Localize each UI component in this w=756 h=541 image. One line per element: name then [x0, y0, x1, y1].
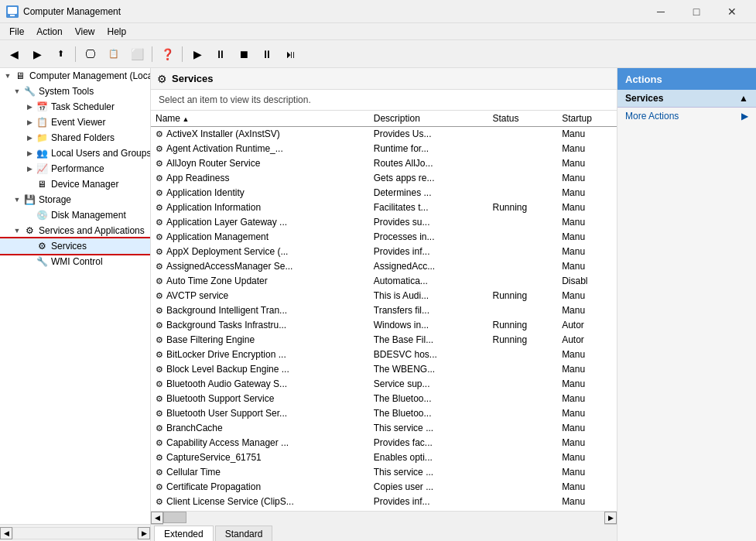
table-row[interactable]: ⚙Capability Access Manager ...Provides f… [151, 436, 617, 450]
toolbar-pause[interactable]: ⏸ [210, 43, 231, 65]
service-icon: ⚙ [156, 482, 163, 491]
toolbar-new-window[interactable]: ⬜ [126, 43, 148, 65]
table-row[interactable]: ⚙BranchCacheThis service ...Manu [151, 421, 617, 436]
table-row[interactable]: ⚙AssignedAccessManager Se...AssignedAcc.… [151, 259, 617, 274]
table-row[interactable]: ⚙Application IdentityDetermines ...Manu [151, 186, 617, 200]
actions-more-actions[interactable]: More Actions ▶ [617, 108, 756, 125]
tree-item-local-users[interactable]: ▶ 👥 Local Users and Groups [0, 146, 150, 161]
toolbar-stop[interactable]: ⏹ [233, 43, 255, 65]
toolbar-restart[interactable]: ⏯ [279, 43, 301, 65]
mid-description: Select an item to view its description. [151, 90, 617, 111]
tree-item-performance[interactable]: ▶ 📈 Performance [0, 161, 150, 176]
service-desc-cell: Routes AllJo... [369, 156, 488, 171]
table-row[interactable]: ⚙Base Filtering EngineThe Base Fil...Run… [151, 333, 617, 348]
service-desc-cell: Provides inf... [369, 495, 488, 509]
toolbar-back[interactable]: ◀ [3, 43, 25, 65]
tree-item-task-scheduler[interactable]: ▶ 📅 Task Scheduler [0, 99, 150, 115]
table-row[interactable]: ⚙Bluetooth Support ServiceThe Bluetoo...… [151, 392, 617, 406]
col-startup[interactable]: Startup [557, 111, 617, 127]
expand-icon: ▼ [12, 195, 22, 204]
table-row[interactable]: ⚙Application InformationFacilitates t...… [151, 200, 617, 215]
menu-help[interactable]: Help [101, 25, 133, 39]
tab-extended[interactable]: Extended [154, 526, 214, 541]
service-status-cell [487, 127, 557, 142]
h-scroll-right[interactable]: ▶ [604, 512, 617, 524]
col-name[interactable]: Name [151, 111, 369, 127]
tree-item-wmi[interactable]: 🔧 WMI Control [0, 254, 150, 269]
table-row[interactable]: ⚙Certificate PropagationCopies user ...M… [151, 480, 617, 495]
toolbar-up[interactable]: ⬆ [50, 43, 71, 65]
h-scroll-track[interactable] [163, 512, 604, 525]
table-row[interactable]: ⚙Block Level Backup Engine ...The WBENG.… [151, 362, 617, 377]
service-status-cell [487, 480, 557, 495]
service-icon: ⚙ [156, 497, 163, 506]
toolbar-forward[interactable]: ▶ [26, 43, 48, 65]
col-description[interactable]: Description [369, 111, 488, 127]
table-row[interactable]: ⚙Background Tasks Infrastru...Windows in… [151, 318, 617, 333]
table-row[interactable]: ⚙BitLocker Drive Encryption ...BDESVC ho… [151, 348, 617, 362]
table-row[interactable]: ⚙ActiveX Installer (AxInstSV)Provides Us… [151, 127, 617, 142]
table-row[interactable]: ⚙AppX Deployment Service (...Provides in… [151, 245, 617, 259]
toolbar-pause2[interactable]: ⏸ [256, 43, 278, 65]
actions-section-services[interactable]: Services ▲ [617, 90, 756, 108]
service-status-cell: Running [487, 289, 557, 303]
toolbar-play[interactable]: ▶ [186, 43, 208, 65]
table-row[interactable]: ⚙Application ManagementProcesses in...Ma… [151, 230, 617, 245]
table-row[interactable]: ⚙Bluetooth Audio Gateway S...Service sup… [151, 377, 617, 392]
tree-item-device-manager[interactable]: 🖥 Device Manager [0, 176, 150, 192]
tree-item-system-tools[interactable]: ▼ 🔧 System Tools [0, 84, 150, 99]
menu-view[interactable]: View [69, 25, 101, 39]
service-icon: ⚙ [156, 423, 163, 433]
h-scroll-thumb[interactable] [163, 512, 186, 523]
service-startup-cell: Manu [557, 142, 617, 156]
folder-icon: 📁 [36, 132, 48, 144]
table-row[interactable]: ⚙App ReadinessGets apps re...Manu [151, 171, 617, 186]
scroll-left[interactable]: ◀ [0, 527, 12, 539]
menu-file[interactable]: File [3, 25, 30, 39]
minimize-button[interactable]: ─ [643, 0, 679, 23]
service-desc-cell: Provides fac... [369, 436, 488, 450]
table-row[interactable]: ⚙AllJoyn Router ServiceRoutes AllJo...Ma… [151, 156, 617, 171]
tree-item-disk-management[interactable]: 💿 Disk Management [0, 207, 150, 223]
service-startup-cell: Manu [557, 421, 617, 436]
service-startup-cell: Manu [557, 465, 617, 480]
close-button[interactable]: ✕ [714, 0, 750, 23]
mid-header: ⚙ Services [151, 68, 617, 90]
h-scroll-left[interactable]: ◀ [151, 512, 163, 524]
h-scrollbar-track[interactable] [12, 527, 138, 539]
toolbar-help[interactable]: ❓ [156, 43, 178, 65]
service-icon: ⚙ [156, 467, 163, 477]
tree-item-services-apps[interactable]: ▼ ⚙ Services and Applications [0, 223, 150, 238]
scroll-right[interactable]: ▶ [138, 527, 150, 539]
menu-action[interactable]: Action [30, 25, 68, 39]
app-icon [6, 5, 19, 18]
service-icon: ⚙ [156, 335, 163, 344]
table-row[interactable]: ⚙Cellular TimeThis service ...Manu [151, 465, 617, 480]
tree-item-event-viewer[interactable]: ▶ 📋 Event Viewer [0, 115, 150, 130]
tree-item-shared-folders[interactable]: ▶ 📁 Shared Folders [0, 130, 150, 146]
table-row[interactable]: ⚙AVCTP serviceThis is Audi...RunningManu [151, 289, 617, 303]
table-row[interactable]: ⚙Client License Service (ClipS...Provide… [151, 495, 617, 509]
toolbar-properties[interactable]: 📋 [103, 43, 125, 65]
table-row[interactable]: ⚙CaptureService_61751Enables opti...Manu [151, 450, 617, 465]
service-desc-cell: The Bluetoo... [369, 406, 488, 421]
table-row[interactable]: ⚙Agent Activation Runtime_...Runtime for… [151, 142, 617, 156]
tree-item-storage[interactable]: ▼ 💾 Storage [0, 192, 150, 207]
toolbar-show-hide[interactable]: 🖵 [80, 43, 101, 65]
tree-item-services[interactable]: ⚙ Services [0, 238, 150, 254]
table-row[interactable]: ⚙Auto Time Zone UpdaterAutomatica...Disa… [151, 274, 617, 289]
tree-item-computer-management[interactable]: ▼ 🖥 Computer Management (Local [0, 68, 150, 84]
service-status-cell [487, 377, 557, 392]
table-row[interactable]: ⚙Background Intelligent Tran...Transfers… [151, 303, 617, 318]
service-status-cell [487, 186, 557, 200]
maximize-button[interactable]: □ [679, 0, 714, 23]
tree-label: Device Manager [51, 179, 118, 190]
service-name-cell: ⚙Application Management [151, 230, 369, 245]
table-row[interactable]: ⚙Application Layer Gateway ...Provides s… [151, 215, 617, 230]
table-row[interactable]: ⚙Bluetooth User Support Ser...The Blueto… [151, 406, 617, 421]
tab-standard[interactable]: Standard [215, 526, 273, 541]
service-status-cell [487, 259, 557, 274]
apps-icon: ⚙ [23, 224, 36, 237]
svg-rect-1 [8, 7, 17, 14]
col-status[interactable]: Status [487, 111, 557, 127]
